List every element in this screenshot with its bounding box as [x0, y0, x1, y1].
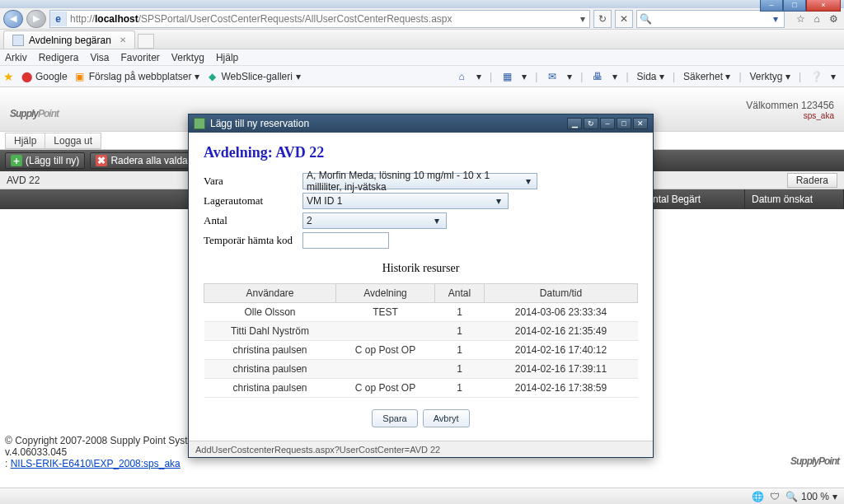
chevron-down-icon: ▾ [524, 175, 533, 187]
forward-button[interactable]: ▶ [26, 10, 46, 28]
home-icon[interactable]: ⌂ [455, 70, 468, 83]
label-kod: Temporär hämta kod [204, 234, 302, 247]
ie-favorites-bar: ★ ⬤Google ▣Förslag på webbplatser ▾ ◆Web… [0, 66, 844, 87]
feeds-icon[interactable]: ▦ [500, 70, 513, 83]
protected-mode-icon: 🛡 [769, 491, 781, 502]
chevron-down-icon: ▾ [431, 215, 443, 226]
table-row[interactable]: christina paulsen C op Post OP 1 2014-02… [204, 341, 638, 360]
supplypoint-footer-logo: SupplyPoint [790, 446, 839, 469]
table-row[interactable]: christina paulsen C op Post OP 1 2014-02… [204, 379, 638, 398]
back-button[interactable]: ◀ [3, 10, 23, 28]
history-title: Historik resurser [204, 262, 638, 275]
fav-google[interactable]: ⬤Google [21, 71, 68, 82]
dialog-icon [194, 118, 205, 129]
grid-col-date[interactable]: Datum önskat [745, 189, 844, 209]
cmd-tools[interactable]: Verktyg ▾ [750, 71, 790, 82]
favorites-icon[interactable]: ☆ [793, 12, 808, 26]
window-maximize-button[interactable]: □ [783, 0, 806, 12]
tab-close-icon[interactable]: ✕ [120, 35, 126, 44]
fav-suggested[interactable]: ▣Förslag på webbplatser ▾ [74, 71, 200, 82]
save-button[interactable]: Spara [372, 409, 417, 427]
address-text: http://localhost/SPSPortal/UserCostCente… [67, 13, 576, 25]
grid-col-qty[interactable]: ntal Begärt [646, 189, 745, 209]
dialog-status-bar: AddUserCostcenterRequests.aspx?UserCostC… [189, 441, 653, 457]
cmd-safety[interactable]: Säkerhet ▾ [683, 71, 730, 82]
window-minimize-button[interactable]: – [760, 0, 783, 12]
version-text: v.4.06033.045 [5, 446, 218, 458]
menu-view[interactable]: Visa [90, 52, 109, 63]
search-icon: 🔍 [637, 13, 654, 25]
welcome-text: Välkommen 123456 sps_aka [746, 99, 834, 120]
window-chrome: – □ × [0, 0, 844, 8]
col-qty[interactable]: Antal [435, 284, 485, 303]
ie-icon: e [50, 12, 67, 26]
table-row[interactable]: Titti Dahl Nyström 1 2014-02-16 21:35:49 [204, 322, 638, 341]
menu-favorites[interactable]: Favoriter [121, 52, 160, 63]
fav-webslice[interactable]: ◆WebSlice-galleri ▾ [206, 71, 300, 82]
address-bar[interactable]: e http://localhost/SPSPortal/UserCostCen… [49, 10, 590, 28]
label-lager: Lagerautomat [204, 194, 302, 208]
zoom-icon: 🔍 [785, 491, 798, 502]
help-button[interactable]: Hjälp [5, 133, 45, 149]
dialog-heading: Avdelning: AVD 22 [204, 144, 638, 161]
vara-dropdown[interactable]: A, Morfin Meda, lösning 10 mg/ml - 10 x … [302, 173, 537, 189]
zoom-control[interactable]: 🔍 100 % ▾ [785, 491, 837, 502]
antal-dropdown[interactable]: 2 ▾ [302, 212, 447, 229]
tab-title: Avdelning begäran [29, 35, 111, 46]
settings-icon[interactable]: ⚙ [826, 12, 841, 26]
menu-tools[interactable]: Verktyg [171, 52, 204, 63]
rss-icon: ▣ [74, 71, 86, 82]
search-input[interactable]: 🔍 ▾ [636, 10, 785, 28]
antal-value: 2 [307, 215, 312, 226]
menu-help[interactable]: Hjälp [216, 52, 238, 63]
add-reservation-dialog: Lägg till ny reservation ▁ ↻ – □ ✕ Avdel… [188, 114, 654, 458]
kod-input[interactable] [302, 232, 389, 249]
stop-button[interactable]: ✕ [615, 10, 633, 28]
add-new-button[interactable]: ＋(Lägg till ny) [5, 152, 85, 169]
mail-icon[interactable]: ✉ [546, 70, 559, 83]
dialog-titlebar[interactable]: Lägg till ny reservation ▁ ↻ – □ ✕ [189, 114, 653, 133]
help-icon[interactable]: ❔ [809, 70, 823, 83]
supplypoint-logo: SupplyPoint [10, 96, 59, 123]
favorites-star-icon[interactable]: ★ [3, 70, 14, 83]
dialog-refresh-button[interactable]: ↻ [584, 118, 598, 129]
filter-value: AVD 22 [7, 175, 40, 186]
table-row[interactable]: christina paulsen 1 2014-02-16 17:39:11 [204, 360, 638, 379]
dialog-collapse-button[interactable]: ▁ [567, 118, 582, 129]
copyright-text: © Copyright 2007-2008 Supply Point Syste… [5, 435, 218, 446]
lager-dropdown[interactable]: VM ID 1 ▾ [302, 193, 509, 209]
home-icon[interactable]: ⌂ [809, 12, 824, 26]
col-dt[interactable]: Datum/tid [485, 284, 638, 303]
delete-button[interactable]: Radera [787, 173, 837, 188]
menu-edit[interactable]: Redigera [39, 52, 79, 63]
welcome-username: sps_aka [746, 111, 834, 120]
cmd-page[interactable]: Sida ▾ [637, 71, 664, 82]
menu-file[interactable]: Arkiv [5, 52, 27, 63]
internet-zone-icon: 🌐 [753, 491, 764, 502]
table-row[interactable]: Olle Olsson TEST 1 2014-03-06 23:33:34 [204, 303, 638, 322]
address-dropdown-icon[interactable]: ▾ [576, 13, 589, 25]
label-vara: Vara [204, 175, 302, 188]
tab-favicon [12, 35, 24, 46]
dialog-minimize-button[interactable]: – [600, 118, 615, 129]
refresh-button[interactable]: ↻ [593, 10, 612, 28]
window-close-button[interactable]: × [806, 0, 841, 12]
search-dropdown-icon[interactable]: ▾ [767, 13, 784, 25]
dialog-close-button[interactable]: ✕ [633, 118, 648, 129]
logout-button[interactable]: Logga ut [45, 133, 101, 149]
delete-icon: ✖ [96, 155, 107, 166]
lager-value: VM ID 1 [307, 195, 342, 207]
ie-navigation-bar: ◀ ▶ e http://localhost/SPSPortal/UserCos… [0, 8, 844, 30]
col-dept[interactable]: Avdelning [336, 284, 435, 303]
dialog-maximize-button[interactable]: □ [617, 118, 631, 129]
page-content: SupplyPoint Välkommen 123456 sps_aka Hjä… [0, 87, 844, 488]
dialog-title: Lägg till ny reservation [210, 118, 309, 129]
print-icon[interactable]: 🖶 [591, 70, 604, 83]
server-link[interactable]: NILS-ERIK-E6410\EXP_2008:sps_aka [11, 458, 181, 469]
col-user[interactable]: Användare [204, 284, 336, 303]
browser-tab[interactable]: Avdelning begäran ✕ [3, 30, 135, 49]
cancel-button[interactable]: Avbryt [423, 409, 470, 427]
ie-status-bar: 🌐 🛡 🔍 100 % ▾ [0, 488, 844, 504]
chevron-down-icon: ▾ [832, 491, 837, 502]
new-tab-button[interactable] [138, 34, 154, 49]
